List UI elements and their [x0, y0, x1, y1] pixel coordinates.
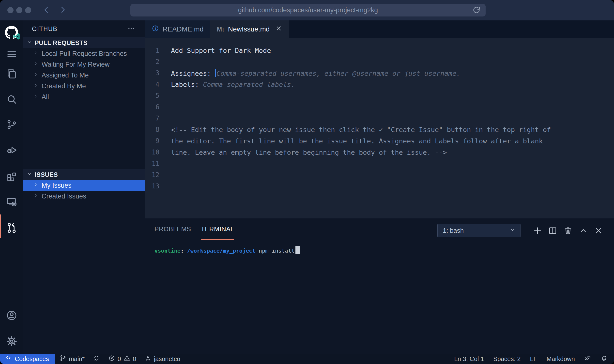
tab-strip: README.mdM↓NewIssue.md [145, 20, 614, 38]
tab-newissue-md[interactable]: M↓NewIssue.md [210, 20, 289, 38]
sidebar-item-my-issues[interactable]: My Issues [23, 180, 145, 191]
sidebar: GITHUB PULL REQUESTSLocal Pull Request B… [23, 20, 145, 354]
panel-tab-terminal[interactable]: TERMINAL [201, 225, 234, 240]
section-label: PULL REQUESTS [35, 39, 88, 46]
workbench: GITHUB PULL REQUESTSLocal Pull Request B… [0, 20, 614, 354]
activity-explorer-icon[interactable] [0, 67, 23, 81]
split-terminal-split-icon[interactable] [545, 224, 560, 237]
line-number: 3 [145, 69, 162, 77]
line-number: 13 [145, 182, 162, 190]
more-actions-icon[interactable] [127, 25, 135, 33]
activity-remote-explorer-icon[interactable] [0, 195, 23, 209]
activity-menu-icon[interactable] [0, 47, 23, 61]
close-icon[interactable] [276, 25, 282, 33]
status-bar: Codespacesmain*00jasonetco Ln 3, Col 1Sp… [0, 354, 614, 364]
editor-group: README.mdM↓NewIssue.md 1Add Support for … [145, 20, 614, 354]
editor[interactable]: 1Add Support for Dark Mode23Assignees: C… [145, 38, 614, 218]
editor-line-1: 1Add Support for Dark Mode [145, 45, 614, 56]
text-cursor [215, 69, 216, 77]
editor-line-11: 11 [145, 158, 614, 169]
window-minimize-button[interactable] [16, 7, 22, 13]
status-notifications[interactable] [597, 355, 611, 363]
bottom-panel: PROBLEMSTERMINAL 1: bash vsonline:~/work… [145, 218, 614, 354]
chevron-down-icon [509, 226, 516, 235]
status-cursor-position[interactable]: Ln 3, Col 1 [450, 355, 488, 363]
chevron-right-icon [33, 182, 39, 189]
window-zoom-button[interactable] [25, 7, 31, 13]
tab-readme-md[interactable]: README.md [145, 20, 210, 38]
line-number: 12 [145, 171, 162, 179]
activity-github-pull-requests-icon[interactable] [0, 221, 23, 235]
url-bar[interactable]: github.com/codespaces/user-my-project-mg… [130, 4, 486, 16]
editor-line-7: 7 [145, 113, 614, 124]
sidebar-item-all[interactable]: All [23, 91, 145, 102]
editor-line-9: 9the editor. The first line will be the … [145, 135, 614, 147]
status-signed-in-user[interactable]: jasonetco [140, 354, 184, 364]
line-number: 4 [145, 81, 162, 88]
line-number: 6 [145, 103, 162, 111]
panel-controls: 1: bash [437, 224, 606, 237]
status-language-mode[interactable]: Markdown [543, 355, 579, 363]
new-terminal-plus-icon[interactable] [530, 224, 545, 237]
back-button[interactable] [42, 5, 51, 15]
window-close-button[interactable] [7, 7, 14, 13]
editor-line-8: 8<!-- Edit the body of your new issue th… [145, 124, 614, 135]
section-header-pull-requests[interactable]: PULL REQUESTS [23, 37, 145, 48]
section-issues: ISSUESMy IssuesCreated Issues [23, 169, 145, 202]
forward-button[interactable] [58, 5, 67, 15]
chevron-right-icon [33, 50, 39, 58]
sidebar-title: GITHUB [32, 25, 57, 32]
status-text: LF [530, 355, 537, 363]
status-text: Markdown [547, 355, 575, 363]
activity-extensions-icon[interactable] [0, 170, 23, 184]
line-number: 7 [145, 115, 162, 122]
status-text: main* [69, 355, 85, 363]
status-text: 0 [133, 355, 136, 363]
status-feedback[interactable] [581, 355, 595, 363]
panel-tab-problems[interactable]: PROBLEMS [154, 225, 191, 240]
status-problems-summary[interactable]: 00 [104, 354, 140, 364]
sidebar-item-local-pull-request-branches[interactable]: Local Pull Request Branches [23, 48, 145, 59]
sidebar-item-created-issues[interactable]: Created Issues [23, 191, 145, 202]
sidebar-item-waiting-for-my-review[interactable]: Waiting For My Review [23, 59, 145, 70]
info-icon [152, 25, 159, 34]
reload-icon[interactable] [472, 6, 481, 15]
activity-search-icon[interactable] [0, 92, 23, 106]
bell-icon [600, 355, 607, 363]
status-codespaces-remote[interactable]: Codespaces [0, 354, 55, 364]
branch-icon [60, 355, 66, 363]
tree-item-label: Created By Me [42, 82, 86, 90]
chevron-down-icon [26, 171, 33, 179]
activity-github-codespaces-logo[interactable] [0, 26, 23, 40]
line-number: 8 [145, 126, 162, 133]
activity-settings-icon[interactable] [0, 334, 23, 348]
close-panel-close-icon[interactable] [591, 224, 606, 237]
terminal-prompt-line[interactable]: vsonline:~/workspace/my_project npm inst… [154, 246, 614, 254]
activity-accounts-icon[interactable] [0, 308, 23, 322]
terminal-picker[interactable]: 1: bash [437, 224, 521, 237]
sync-icon [93, 355, 100, 363]
editor-line-10: 10line. Leave an empty line before begin… [145, 147, 614, 158]
status-sync-changes[interactable] [89, 354, 104, 364]
editor-line-12: 12 [145, 169, 614, 181]
line-number: 5 [145, 92, 162, 99]
status-text: 0 [118, 355, 121, 363]
sidebar-item-created-by-me[interactable]: Created By Me [23, 81, 145, 91]
tree-item-label: All [42, 93, 49, 101]
section-header-issues[interactable]: ISSUES [23, 169, 145, 180]
tree-item-label: Local Pull Request Branches [42, 50, 127, 58]
section-label: ISSUES [35, 171, 58, 178]
status-git-branch[interactable]: main* [55, 354, 89, 364]
activity-source-control-icon[interactable] [0, 118, 23, 131]
maximize-panel-chevron-up-icon[interactable] [576, 224, 591, 237]
editor-line-2: 2 [145, 56, 614, 67]
tree-item-label: My Issues [42, 182, 72, 189]
feedback-icon [584, 355, 591, 363]
status-indentation[interactable]: Spaces: 2 [490, 355, 524, 363]
sidebar-item-assigned-to-me[interactable]: Assigned To Me [23, 70, 145, 81]
kill-terminal-trash-icon[interactable] [560, 224, 576, 237]
warning-icon [123, 355, 130, 363]
terminal-picker-value: 1: bash [443, 227, 464, 234]
status-eol-sequence[interactable]: LF [526, 355, 541, 363]
activity-run-debug-icon[interactable] [0, 143, 23, 157]
